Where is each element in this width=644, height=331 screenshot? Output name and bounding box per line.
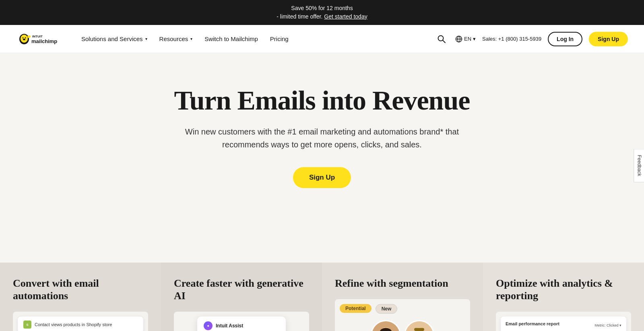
solutions-chevron-icon: ▾ [145, 37, 147, 41]
feature-ai: Create faster with generative AI ✦ Intui… [161, 263, 322, 331]
search-icon [437, 35, 446, 43]
feedback-tab[interactable]: Feedback [634, 149, 644, 182]
nav-right: EN ▾ Sales: +1 (800) 315-5939 Log In Sig… [434, 32, 628, 46]
intuit-assist-card: ✦ Intuit Assist Generate Email Based on … [197, 317, 286, 331]
avatar-male [404, 320, 434, 331]
feature-automations-image: S Contact views products in Shopify stor… [13, 312, 148, 331]
badge-potential: Potential [340, 304, 372, 313]
feature-ai-image: ✦ Intuit Assist Generate Email Based on … [174, 312, 309, 331]
male-avatar-icon [405, 321, 433, 331]
language-selector[interactable]: EN ▾ [455, 35, 476, 43]
hero-signup-button[interactable]: Sign Up [293, 167, 351, 188]
feature-segmentation: Refine with segmentation Potential New [322, 263, 483, 331]
nav-pricing[interactable]: Pricing [265, 32, 293, 46]
nav-solutions[interactable]: Solutions and Services ▾ [76, 32, 152, 46]
hero-section: Turn Emails into Revenue Win new custome… [0, 53, 644, 263]
feature-analytics-image: Email performance report Metric: Clicked… [496, 312, 631, 331]
analytics-report-card: Email performance report Metric: Clicked… [501, 317, 626, 331]
hero-subtitle: Win new customers with the #1 email mark… [161, 125, 483, 151]
shopify-icon: S [23, 321, 31, 329]
feature-segmentation-image: Potential New [335, 299, 470, 331]
nav-resources[interactable]: Resources ▾ [155, 32, 198, 46]
hero-title: Turn Emails into Revenue [8, 85, 636, 116]
svg-line-9 [443, 40, 445, 43]
nav-links: Solutions and Services ▾ Resources ▾ Swi… [76, 32, 434, 46]
top-banner: Save 50% for 12 months - limited time of… [0, 0, 644, 25]
avatar-female [371, 320, 401, 331]
logo[interactable]: INTUIT mailchimp [16, 31, 64, 47]
login-button[interactable]: Log In [548, 32, 582, 46]
banner-cta[interactable]: Get started today [324, 13, 367, 20]
svg-text:mailchimp: mailchimp [31, 38, 57, 44]
female-avatar-icon [372, 321, 400, 331]
lang-chevron-icon: ▾ [473, 36, 476, 42]
svg-rect-20 [414, 328, 424, 331]
search-button[interactable] [434, 32, 449, 46]
svg-point-2 [23, 37, 24, 38]
features-section: Convert with email automations S Contact… [0, 263, 644, 331]
sales-phone: Sales: +1 (800) 315-5939 [482, 36, 541, 42]
segment-badges: Potential New [340, 304, 465, 314]
navbar: INTUIT mailchimp Solutions and Services … [0, 25, 644, 53]
ia-header: ✦ Intuit Assist [204, 321, 279, 330]
nav-switch[interactable]: Switch to Mailchimp [200, 32, 263, 46]
feature-ai-title: Create faster with generative AI [174, 277, 309, 302]
feature-automations: Convert with email automations S Contact… [0, 263, 161, 331]
feature-automations-title: Convert with email automations [13, 277, 148, 302]
feature-analytics: Optimize with analytics & reporting Emai… [483, 263, 644, 331]
nav-signup-button[interactable]: Sign Up [589, 32, 628, 46]
banner-line2: - limited time offer. [277, 13, 322, 20]
segment-people [340, 320, 465, 331]
resources-chevron-icon: ▾ [190, 37, 192, 41]
svg-point-4 [23, 39, 25, 40]
svg-point-3 [25, 37, 26, 38]
svg-text:INTUIT: INTUIT [32, 35, 43, 38]
feature-analytics-title: Optimize with analytics & reporting [496, 277, 631, 302]
feature-segmentation-title: Refine with segmentation [335, 277, 470, 290]
intuit-assist-logo-icon: ✦ [204, 321, 213, 330]
shopify-trigger-card: S Contact views products in Shopify stor… [18, 317, 143, 331]
mailchimp-logo-icon: INTUIT mailchimp [16, 31, 64, 47]
globe-icon [455, 35, 462, 43]
banner-line1: Save 50% for 12 months [291, 5, 353, 11]
badge-new: New [376, 304, 398, 314]
